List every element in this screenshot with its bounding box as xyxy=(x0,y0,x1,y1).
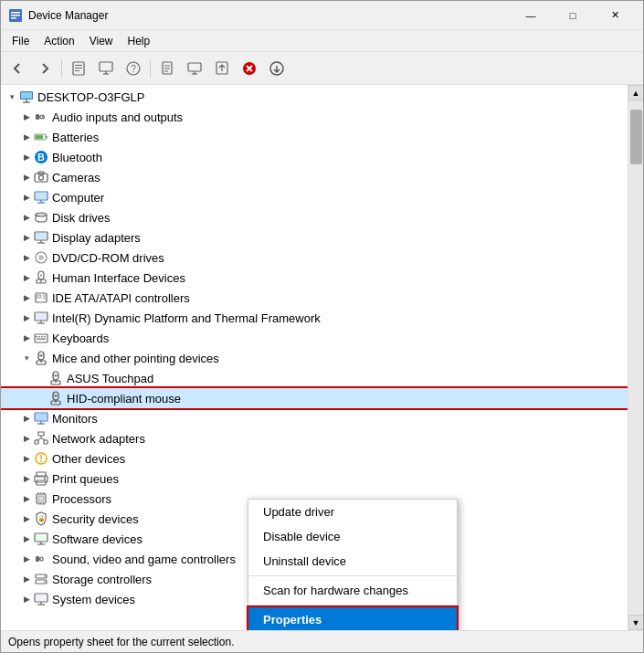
keyboards-label: Keyboards xyxy=(52,332,109,345)
svg-rect-68 xyxy=(36,336,37,338)
tree-item-touchpad[interactable]: ASUS Touchpad xyxy=(1,368,628,388)
processors-toggle[interactable]: ▶ xyxy=(19,491,34,506)
tree-item-computer[interactable]: ▶ Computer xyxy=(1,187,628,207)
svg-rect-92 xyxy=(38,432,44,436)
tree-item-network[interactable]: ▶ Network adapters xyxy=(1,428,628,448)
tree-item-bluetooth[interactable]: ▶ B Bluetooth xyxy=(1,147,628,167)
menu-view[interactable]: View xyxy=(82,33,121,49)
audio-toggle[interactable]: ▶ xyxy=(19,110,34,124)
mice-toggle[interactable]: ▾ xyxy=(19,351,34,365)
ide-icon xyxy=(34,290,48,305)
doc-button[interactable] xyxy=(154,56,180,81)
print-toggle[interactable]: ▶ xyxy=(19,471,34,486)
keyboards-toggle[interactable]: ▶ xyxy=(19,331,34,345)
scroll-track[interactable] xyxy=(628,100,643,615)
svg-rect-70 xyxy=(41,336,43,338)
remove-button[interactable] xyxy=(237,56,262,81)
monitor-button[interactable] xyxy=(182,56,207,81)
back-button[interactable] xyxy=(5,56,30,81)
monitors-toggle[interactable]: ▶ xyxy=(19,411,34,426)
scroll-up-arrow[interactable]: ▲ xyxy=(628,85,644,100)
display-toggle[interactable]: ▶ xyxy=(19,230,34,245)
vertical-scrollbar[interactable]: ▲ ▼ xyxy=(628,85,643,630)
ctx-sep-2 xyxy=(248,605,457,606)
tree-item-ide[interactable]: ▶ IDE ATA/ATAPI controllers xyxy=(1,288,628,308)
context-menu: Update driver Disable device Uninstall d… xyxy=(248,499,458,630)
root-toggle[interactable]: ▾ xyxy=(5,90,19,104)
svg-rect-117 xyxy=(36,556,39,562)
svg-rect-26 xyxy=(21,92,32,99)
tree-item-keyboards[interactable]: ▶ Keyboards xyxy=(1,328,628,348)
cameras-label: Cameras xyxy=(52,171,100,184)
system-toggle[interactable]: ▶ xyxy=(19,592,34,606)
help-button[interactable]: ? xyxy=(121,56,146,81)
svg-rect-1 xyxy=(11,12,20,14)
svg-rect-8 xyxy=(100,62,112,71)
touchpad-icon xyxy=(48,371,63,385)
svg-rect-6 xyxy=(75,68,82,68)
window-controls: — □ ✕ xyxy=(510,1,636,30)
svg-rect-7 xyxy=(75,70,79,71)
tree-item-hid[interactable]: ▶ Human Interface Devices xyxy=(1,268,628,288)
ide-toggle[interactable]: ▶ xyxy=(19,290,34,305)
dvd-toggle[interactable]: ▶ xyxy=(19,250,34,265)
disk-toggle[interactable]: ▶ xyxy=(19,210,34,225)
maximize-button[interactable]: □ xyxy=(552,1,594,30)
computer-toggle[interactable]: ▶ xyxy=(19,190,34,205)
download-button[interactable] xyxy=(264,56,290,81)
tree-item-cameras[interactable]: ▶ Cameras xyxy=(1,167,628,187)
ctx-update-driver[interactable]: Update driver xyxy=(248,500,457,524)
security-toggle[interactable]: ▶ xyxy=(19,511,34,526)
audio-label: Audio inputs and outputs xyxy=(52,111,183,124)
svg-rect-3 xyxy=(11,17,16,19)
dvd-label: DVD/CD-ROM drives xyxy=(52,251,164,265)
storage-toggle[interactable]: ▶ xyxy=(19,572,34,586)
tree-item-print[interactable]: ▶ Print queues xyxy=(1,469,628,489)
ctx-properties[interactable]: Properties xyxy=(248,607,457,630)
tree-item-monitors[interactable]: ▶ Monitors xyxy=(1,408,628,428)
ctx-uninstall-device[interactable]: Uninstall device xyxy=(248,549,457,574)
scroll-thumb[interactable] xyxy=(630,110,642,164)
camera-icon xyxy=(34,170,48,184)
svg-point-103 xyxy=(44,478,46,479)
tree-item-other[interactable]: ▶ ! Other devices xyxy=(1,448,628,469)
tree-item-mice[interactable]: ▾ Mice and other pointing devices xyxy=(1,348,628,368)
keyboard-icon xyxy=(34,331,48,345)
scroll-down-arrow[interactable]: ▼ xyxy=(628,615,644,630)
properties-button[interactable] xyxy=(66,56,91,81)
intel-toggle[interactable]: ▶ xyxy=(19,311,34,325)
other-toggle[interactable]: ▶ xyxy=(19,451,34,466)
title-bar: Device Manager — □ ✕ xyxy=(1,1,643,30)
cameras-toggle[interactable]: ▶ xyxy=(19,170,34,184)
forward-button[interactable] xyxy=(32,56,58,81)
batteries-toggle[interactable]: ▶ xyxy=(19,130,34,144)
menu-file[interactable]: File xyxy=(5,33,37,49)
network-toggle[interactable]: ▶ xyxy=(19,431,34,446)
bluetooth-toggle[interactable]: ▶ xyxy=(19,150,34,164)
intel-icon xyxy=(34,311,48,325)
upload-button[interactable] xyxy=(209,56,235,81)
svg-text:🔒: 🔒 xyxy=(37,514,46,522)
tree-item-dvd[interactable]: ▶ DVD/CD-ROM drives xyxy=(1,248,628,268)
processor-icon xyxy=(34,491,48,506)
hid-toggle[interactable]: ▶ xyxy=(19,270,34,285)
tree-item-intel[interactable]: ▶ Intel(R) Dynamic Platform and Thermal … xyxy=(1,308,628,328)
tree-item-display[interactable]: ▶ Display adapters xyxy=(1,227,628,248)
ctx-disable-device[interactable]: Disable device xyxy=(248,524,457,549)
minimize-button[interactable]: — xyxy=(510,1,552,30)
svg-rect-89 xyxy=(36,414,47,420)
menu-action[interactable]: Action xyxy=(37,33,81,49)
close-button[interactable]: ✕ xyxy=(594,1,636,30)
tree-root-item[interactable]: ▾ DESKTOP-O3FGLP xyxy=(1,87,628,107)
scan-button[interactable] xyxy=(93,56,119,81)
menu-help[interactable]: Help xyxy=(121,33,158,49)
ctx-scan-hardware[interactable]: Scan for hardware changes xyxy=(248,578,457,603)
tree-item-batteries[interactable]: ▶ Batteries xyxy=(1,127,628,147)
tree-item-audio[interactable]: ▶ Audio inputs and outputs xyxy=(1,107,628,127)
tree-item-disk[interactable]: ▶ Disk drives xyxy=(1,207,628,227)
software-toggle[interactable]: ▶ xyxy=(19,532,34,546)
svg-point-44 xyxy=(36,213,47,216)
svg-rect-31 xyxy=(46,136,48,138)
sound-toggle[interactable]: ▶ xyxy=(19,552,34,566)
tree-item-hid-mouse[interactable]: HID-compliant mouse xyxy=(1,388,628,408)
